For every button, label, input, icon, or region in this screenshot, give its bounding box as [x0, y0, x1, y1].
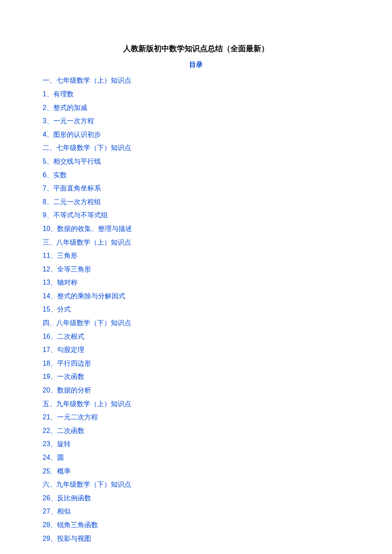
toc-link[interactable]: 25、概率	[43, 466, 349, 477]
toc-link[interactable]: 二、七年级数学（下）知识点	[43, 142, 349, 153]
toc-link[interactable]: 14、整式的乘除与分解因式	[43, 291, 349, 302]
toc-link[interactable]: 27、相似	[43, 506, 349, 517]
document-page: 人教新版初中数学知识点总结（全面最新） 目录 一、七年级数学（上）知识点 1、有…	[0, 0, 392, 554]
toc-link[interactable]: 19、一次函数	[43, 371, 349, 382]
toc-link[interactable]: 6、实数	[43, 170, 349, 181]
toc-link[interactable]: 13、轴对称	[43, 277, 349, 288]
toc-link[interactable]: 一、七年级数学（上）知识点	[43, 75, 349, 86]
toc-link[interactable]: 16、二次根式	[43, 331, 349, 342]
toc-link[interactable]: 28、锐角三角函数	[43, 519, 349, 531]
toc-link[interactable]: 18、平行四边形	[43, 358, 349, 369]
toc-link[interactable]: 5、相交线与平行线	[43, 156, 349, 167]
toc-link[interactable]: 12、全等三角形	[43, 264, 349, 275]
toc-link[interactable]: 4、图形的认识初步	[43, 129, 349, 140]
toc-link[interactable]: 2、整式的加减	[43, 102, 349, 113]
toc-link[interactable]: 7、平面直角坐标系	[43, 183, 349, 194]
toc-link[interactable]: 23、旋转	[43, 439, 349, 450]
toc-heading: 目录	[43, 59, 349, 70]
toc-link[interactable]: 11、三角形	[43, 250, 349, 261]
toc-link[interactable]: 六、九年级数学（下）知识点	[43, 479, 349, 490]
toc-link[interactable]: 21、一元二次方程	[43, 412, 349, 423]
document-title: 人教新版初中数学知识点总结（全面最新）	[43, 43, 349, 55]
toc-link[interactable]: 1、有理数	[43, 89, 349, 100]
toc-link[interactable]: 10、数据的收集、整理与描述	[43, 223, 349, 234]
toc-link[interactable]: 四、八年级数学（下）知识点	[43, 317, 349, 329]
toc-list: 一、七年级数学（上）知识点 1、有理数 2、整式的加减 3、一元一次方程 4、图…	[43, 75, 349, 544]
toc-link[interactable]: 20、数据的分析	[43, 385, 349, 396]
toc-link[interactable]: 22、二次函数	[43, 425, 349, 436]
toc-link[interactable]: 15、分式	[43, 304, 349, 315]
toc-link[interactable]: 24、圆	[43, 452, 349, 463]
toc-link[interactable]: 29、投影与视图	[43, 533, 349, 544]
toc-link[interactable]: 17、勾股定理	[43, 344, 349, 355]
toc-link[interactable]: 26、反比例函数	[43, 493, 349, 504]
toc-link[interactable]: 3、一元一次方程	[43, 115, 349, 127]
toc-link[interactable]: 五、九年级数学（上）知识点	[43, 398, 349, 410]
toc-link[interactable]: 8、二元一次方程组	[43, 196, 349, 208]
toc-link[interactable]: 三、八年级数学（上）知识点	[43, 237, 349, 248]
toc-link[interactable]: 9、不等式与不等式组	[43, 210, 349, 221]
